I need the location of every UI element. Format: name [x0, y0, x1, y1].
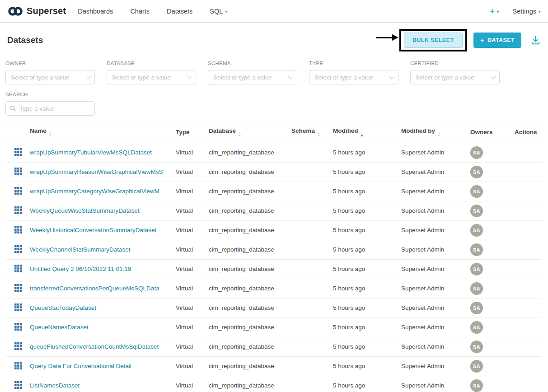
dataset-database: cim_reporting_database [209, 298, 291, 317]
dataset-modified: 5 hours ago [333, 240, 401, 259]
dataset-grid-icon [14, 323, 22, 331]
dataset-modified-by: Superset Admin [401, 259, 470, 279]
nav-charts[interactable]: Charts [130, 8, 150, 15]
page-title: Datasets [7, 35, 43, 45]
dataset-schema [291, 298, 333, 317]
dataset-type: Virtual [176, 356, 209, 376]
owner-avatar[interactable]: SA [470, 205, 483, 217]
owner-filter-select[interactable]: Select or type a value [5, 70, 95, 84]
new-item-menu-button[interactable]: +▾ [490, 7, 499, 16]
nav-sql-label: SQL [210, 8, 223, 15]
dataset-type: Virtual [176, 259, 209, 279]
filter-label-schema: SCHEMA [208, 61, 297, 66]
dataset-name-link[interactable]: WeeklyQueueWiseStatSummaryDataset [30, 207, 140, 214]
dataset-name-link[interactable]: WeeklyHistoricalConversatonSummaryDatase… [30, 227, 156, 233]
owner-avatar[interactable]: SA [470, 302, 483, 314]
dataset-schema [291, 143, 333, 162]
settings-menu-button[interactable]: Settings▾ [513, 8, 541, 15]
row-actions [515, 240, 542, 259]
search-label: SEARCH [5, 92, 543, 97]
type-filter-placeholder: Select or type a value [314, 74, 373, 81]
dataset-name-link[interactable]: QueueStatTodayDataset [30, 304, 96, 311]
owner-avatar[interactable]: SA [470, 379, 483, 392]
row-actions [515, 317, 542, 337]
filter-certified: CERTIFIED Select or type a value [410, 61, 500, 84]
plus-icon: + [490, 7, 495, 15]
settings-label: Settings [513, 8, 536, 15]
type-filter-select[interactable]: Select or type a value [309, 70, 398, 84]
dataset-type: Virtual [176, 317, 209, 337]
dataset-name-link[interactable]: Untitled Query 2 06/10/2022 11:01:19 [30, 266, 131, 272]
annotation-arrow-head [392, 34, 398, 41]
dataset-name-link[interactable]: wrapUpSummaryTubularViewMsSQLDataset [30, 149, 152, 156]
owner-avatar[interactable]: SA [470, 263, 483, 275]
dataset-grid-icon [14, 381, 22, 389]
chevron-down-icon: ▾ [539, 9, 541, 14]
nav-sql[interactable]: SQL▾ [210, 8, 227, 15]
dataset-type: Virtual [176, 337, 209, 356]
certified-filter-placeholder: Select or type a value [416, 74, 474, 81]
dataset-grid-icon [14, 226, 22, 233]
sort-desc-icon: ▲▼ [361, 132, 364, 137]
col-actions: Actions [515, 122, 542, 143]
owner-avatar[interactable]: SA [470, 341, 483, 353]
row-actions [515, 376, 542, 392]
superset-logo[interactable]: Superset [7, 6, 66, 17]
table-row: WeeklyChannelStatSummaryDataset Virtual … [6, 240, 542, 259]
superset-logo-icon [7, 6, 23, 17]
table-row: wrapUpSummaryCategoryWiseGraphicalViewM … [6, 182, 542, 201]
owner-avatar[interactable]: SA [470, 146, 483, 159]
certified-filter-select[interactable]: Select or type a value [410, 70, 500, 84]
col-name[interactable]: Name▲▼ [30, 122, 176, 143]
dataset-name-link[interactable]: wrapUpSummaryCategoryWiseGraphicalViewM [30, 188, 159, 195]
owner-avatar[interactable]: SA [470, 360, 483, 373]
dataset-modified: 5 hours ago [333, 182, 401, 201]
col-owners: Owners [470, 122, 515, 143]
filter-bar: OWNER Select or type a value DATABASE Se… [0, 55, 548, 84]
dataset-name-link[interactable]: wrapUpSummaryReasonWiseGraphicalViewMsS [30, 168, 163, 175]
bulk-select-button[interactable]: BULK SELECT [404, 33, 463, 48]
chevron-down-icon [389, 74, 394, 79]
owner-avatar[interactable]: SA [470, 224, 483, 237]
table-row: Untitled Query 2 06/10/2022 11:01:19 Vir… [6, 259, 542, 279]
dataset-modified: 5 hours ago [333, 220, 401, 240]
nav-dashboards[interactable]: Dashboards [78, 8, 113, 15]
filter-label-type: TYPE [309, 61, 398, 66]
table-row: Query Data For Conversational Detail Vir… [6, 356, 542, 376]
dataset-modified-by: Superset Admin [401, 240, 470, 259]
col-modified[interactable]: Modified▲▼ [333, 122, 401, 143]
nav-datasets[interactable]: Datasets [167, 8, 192, 15]
chevron-down-icon: ▾ [225, 9, 227, 14]
dataset-name-link[interactable]: queueFlushedConversationCountMsSqlDatase… [30, 343, 159, 350]
col-modified-by[interactable]: Modified by▲▼ [401, 122, 470, 143]
dataset-name-link[interactable]: ListNamesDataset [30, 382, 80, 389]
dataset-name-link[interactable]: QueueNamesDataset [30, 324, 89, 331]
add-dataset-button[interactable]: + DATASET [473, 33, 521, 48]
schema-filter-select[interactable]: Select or type a value [208, 70, 297, 84]
filter-schema: SCHEMA Select or type a value [208, 61, 297, 84]
dataset-database: cim_reporting_database [209, 220, 291, 240]
owner-avatar[interactable]: SA [470, 243, 483, 256]
export-download-icon[interactable] [530, 35, 541, 46]
annotation-arrow-line [376, 37, 393, 38]
col-database[interactable]: Database▲▼ [209, 122, 291, 143]
owner-avatar[interactable]: SA [470, 282, 483, 295]
sort-icon: ▲▼ [317, 132, 320, 137]
owner-avatar[interactable]: SA [470, 185, 483, 198]
navbar-right: +▾ Settings▾ [490, 7, 541, 16]
owner-avatar[interactable]: SA [470, 166, 483, 178]
dataset-database: cim_reporting_database [209, 143, 291, 162]
database-filter-select[interactable]: Select or type a value [107, 70, 196, 84]
dataset-database: cim_reporting_database [209, 240, 291, 259]
dataset-type: Virtual [176, 376, 209, 392]
dataset-grid-icon [14, 362, 22, 369]
col-schema[interactable]: Schema▲▼ [291, 122, 333, 143]
dataset-schema [291, 376, 333, 392]
dataset-database: cim_reporting_database [209, 162, 291, 182]
dataset-name-link[interactable]: transferredConversationsPerQueueMsSQLDat… [30, 285, 159, 292]
owner-avatar[interactable]: SA [470, 321, 483, 334]
dataset-name-link[interactable]: Query Data For Conversational Detail [30, 363, 131, 369]
dataset-name-link[interactable]: WeeklyChannelStatSummaryDataset [30, 246, 131, 253]
dataset-modified-by: Superset Admin [401, 376, 470, 392]
search-input[interactable] [5, 101, 95, 116]
